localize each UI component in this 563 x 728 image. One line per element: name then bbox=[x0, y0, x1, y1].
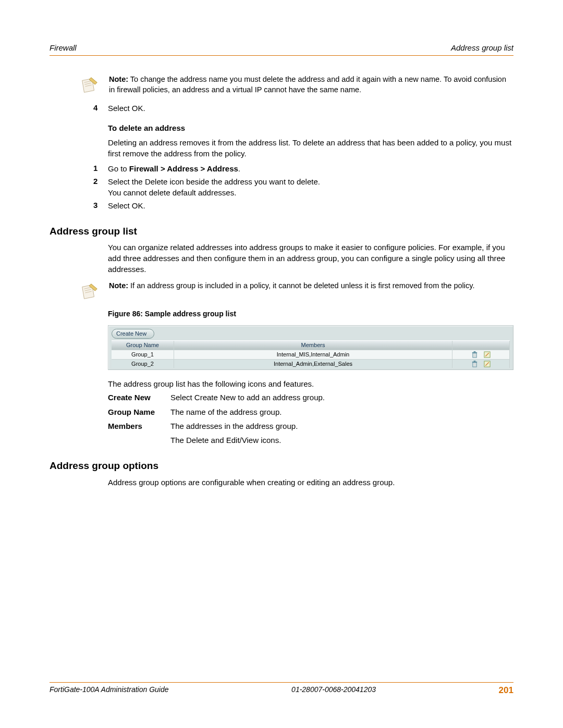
feature-desc: The addresses in the address group. bbox=[170, 421, 513, 431]
page-number: 201 bbox=[499, 685, 513, 697]
table-row: Group_2 Internal_Admin,External_Sales bbox=[112, 359, 510, 368]
edit-icon[interactable] bbox=[484, 361, 491, 367]
svg-rect-4 bbox=[473, 363, 476, 367]
note-text: Note: To change the address name you mus… bbox=[109, 75, 513, 95]
note-text: Note: If an address group is included in… bbox=[109, 281, 513, 302]
cell-members: Internal_MIS,Internal_Admin bbox=[174, 350, 452, 359]
feature-desc: Select Create New to add an address grou… bbox=[170, 392, 513, 403]
feature-row: Members The addresses in the address gro… bbox=[108, 421, 513, 431]
feature-row: Create New Select Create New to add an a… bbox=[108, 392, 513, 403]
feature-label: Create New bbox=[108, 392, 170, 403]
figure-caption: Figure 86: Sample address group list bbox=[108, 309, 513, 319]
cell-actions bbox=[452, 360, 510, 368]
header-rule bbox=[50, 55, 513, 56]
footer: FortiGate-100A Administration Guide 01-2… bbox=[50, 682, 513, 697]
cell-members: Internal_Admin,External_Sales bbox=[174, 360, 452, 368]
col-group-name: Group Name bbox=[112, 341, 174, 350]
svg-rect-1 bbox=[472, 352, 477, 353]
step-number: 1 bbox=[79, 163, 108, 174]
footer-rule bbox=[50, 682, 513, 683]
step-text: Select OK. bbox=[108, 200, 513, 211]
note-block: Note: To change the address name you mus… bbox=[79, 75, 513, 95]
feature-label: Group Name bbox=[108, 407, 170, 417]
step-text: Go to Firewall > Address > Address. bbox=[108, 163, 513, 174]
delete-heading: To delete an address bbox=[108, 123, 513, 133]
delete-icon[interactable] bbox=[471, 351, 478, 358]
cell-actions bbox=[452, 350, 510, 359]
note-icon bbox=[79, 281, 100, 302]
feature-desc: The name of the address group. bbox=[170, 407, 513, 417]
section2-paragraph: Address group options are configurable w… bbox=[108, 477, 513, 488]
section1-paragraph: You can organize related addresses into … bbox=[108, 242, 513, 275]
table-header: Group Name Members bbox=[112, 340, 510, 350]
svg-rect-5 bbox=[472, 362, 477, 363]
header-left: Firewall bbox=[50, 43, 77, 53]
step-text: Select OK. bbox=[108, 103, 513, 114]
figure-table: Create New Group Name Members Group_1 In… bbox=[108, 325, 513, 370]
step-text: Select the Delete icon beside the addres… bbox=[108, 176, 513, 198]
svg-rect-6 bbox=[474, 361, 476, 362]
section-address-group-options: Address group options bbox=[50, 459, 513, 473]
footer-center: 01-28007-0068-20041203 bbox=[291, 685, 376, 697]
delete-icon[interactable] bbox=[471, 361, 478, 367]
cell-group-name: Group_1 bbox=[112, 350, 174, 359]
col-members: Members bbox=[174, 341, 452, 350]
features-intro: The address group list has the following… bbox=[108, 378, 513, 389]
step-number: 4 bbox=[79, 103, 108, 114]
feature-table: Create New Select Create New to add an a… bbox=[108, 392, 513, 446]
step-number: 3 bbox=[79, 200, 108, 211]
feature-desc: The Delete and Edit/View icons. bbox=[170, 435, 513, 446]
note-icon bbox=[79, 75, 100, 95]
header-right: Address group list bbox=[451, 43, 513, 53]
cell-group-name: Group_2 bbox=[112, 360, 174, 368]
table-row: Group_1 Internal_MIS,Internal_Admin bbox=[112, 350, 510, 359]
del-step-3: 3 Select OK. bbox=[79, 200, 513, 211]
del-step-2: 2 Select the Delete icon beside the addr… bbox=[79, 176, 513, 198]
feature-label: Members bbox=[108, 421, 170, 431]
svg-rect-2 bbox=[474, 351, 476, 352]
note-block: Note: If an address group is included in… bbox=[79, 281, 513, 302]
feature-row: Group Name The name of the address group… bbox=[108, 407, 513, 417]
del-step-1: 1 Go to Firewall > Address > Address. bbox=[79, 163, 513, 174]
svg-rect-0 bbox=[473, 353, 476, 357]
delete-paragraph: Deleting an address removes it from the … bbox=[108, 137, 513, 159]
edit-icon[interactable] bbox=[484, 351, 491, 358]
col-actions bbox=[452, 341, 510, 350]
step-4: 4 Select OK. bbox=[79, 103, 513, 114]
feature-label bbox=[108, 435, 170, 446]
step-number: 2 bbox=[79, 176, 108, 198]
section-address-group-list: Address group list bbox=[50, 225, 513, 238]
feature-row: The Delete and Edit/View icons. bbox=[108, 435, 513, 446]
footer-left: FortiGate-100A Administration Guide bbox=[50, 685, 169, 697]
create-new-button[interactable]: Create New bbox=[112, 329, 154, 339]
